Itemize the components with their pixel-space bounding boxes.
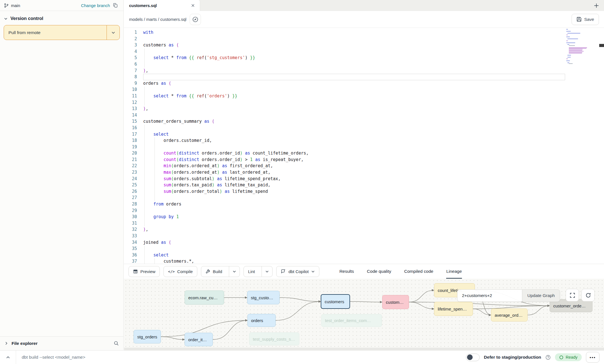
code-line[interactable]: 10 bbox=[124, 86, 604, 93]
code-line[interactable]: 24 sum(orders.subtotal) as lifetime_spen… bbox=[124, 176, 604, 182]
editor-minimap[interactable] bbox=[566, 28, 589, 70]
code-line[interactable]: 8 bbox=[124, 74, 604, 80]
code-text: count(distinct orders.order_id) > 1 as i… bbox=[143, 157, 565, 163]
defer-toggle[interactable] bbox=[466, 354, 480, 361]
code-line[interactable]: 11 select * from {{ ref('orders') }} bbox=[124, 93, 604, 99]
code-line[interactable]: 15customer_orders_summary as ( bbox=[124, 118, 604, 125]
close-icon[interactable] bbox=[191, 4, 195, 7]
version-control-header[interactable]: Version control bbox=[0, 11, 123, 24]
help-icon[interactable] bbox=[545, 355, 551, 360]
pull-from-remote-button[interactable]: Pull from remote bbox=[4, 25, 120, 40]
code-line[interactable]: 26 sum(orders.order_total) as lifetime_s… bbox=[124, 188, 604, 195]
lineage-selector-input[interactable] bbox=[457, 289, 522, 302]
toggle-knob bbox=[467, 354, 473, 360]
lineage-node-ecom[interactable]: ecom.raw_cu… bbox=[185, 291, 224, 305]
code-line[interactable]: 13), bbox=[124, 106, 604, 112]
lineage-node-customers_metric[interactable]: custom… bbox=[382, 295, 409, 309]
tab-customers-sql[interactable]: customers.sql bbox=[124, 0, 200, 11]
status-badge[interactable]: Ready bbox=[555, 353, 582, 361]
code-line[interactable]: 28 from orders bbox=[124, 201, 604, 207]
minimap-line bbox=[566, 41, 568, 41]
code-line[interactable]: 16 bbox=[124, 125, 604, 131]
code-line[interactable]: 18 orders.customer_id, bbox=[124, 137, 604, 144]
refresh-icon[interactable] bbox=[581, 289, 595, 302]
lineage-node-stg_customers[interactable]: stg_custo… bbox=[247, 291, 280, 304]
lineage-node-order_items[interactable]: order_it… bbox=[185, 333, 213, 346]
lineage-node-test_supply[interactable]: test_supply_costs_s… bbox=[249, 332, 299, 345]
file-explorer-header[interactable]: File explorer bbox=[0, 336, 123, 350]
lint-options-caret[interactable] bbox=[262, 266, 272, 277]
code-line[interactable]: 31 bbox=[124, 220, 604, 227]
tab-compiled-code[interactable]: Compiled code bbox=[404, 264, 433, 279]
code-line[interactable]: 29 bbox=[124, 207, 604, 214]
dbt-copilot-button[interactable]: dbt Copilot bbox=[276, 266, 319, 277]
git-branch-icon bbox=[4, 3, 9, 8]
lineage-node-orders[interactable]: orders bbox=[247, 314, 276, 327]
line-number: 17 bbox=[124, 131, 143, 138]
new-tab-button[interactable] bbox=[589, 0, 604, 11]
code-line[interactable]: 34joined as ( bbox=[124, 239, 604, 246]
tab-lineage[interactable]: Lineage bbox=[446, 264, 462, 279]
code-line[interactable]: 1with bbox=[124, 29, 604, 36]
code-line[interactable]: 30 group by 1 bbox=[124, 214, 604, 220]
code-line[interactable]: 37 customers.*, bbox=[124, 258, 604, 264]
code-line[interactable]: 2 bbox=[124, 36, 604, 42]
more-options-button[interactable]: ••• bbox=[586, 352, 599, 363]
save-button[interactable]: Save bbox=[572, 14, 599, 25]
lineage-panel[interactable]: ecom.raw_cu…stg_custo…customerscustom…co… bbox=[124, 279, 604, 350]
code-line[interactable]: 27 bbox=[124, 195, 604, 201]
editor-scrollbar-thumb[interactable] bbox=[599, 44, 604, 47]
bottom-panel-tabs: Results Code quality Compiled code Linea… bbox=[339, 264, 462, 279]
code-line[interactable]: 23 max(orders.ordered_at) as last_ordere… bbox=[124, 169, 604, 176]
code-line[interactable]: 36 select bbox=[124, 252, 604, 258]
preview-table-icon bbox=[133, 269, 138, 274]
code-line[interactable]: 4 bbox=[124, 48, 604, 55]
code-line[interactable]: 3customers as ( bbox=[124, 42, 604, 48]
line-number: 28 bbox=[124, 201, 143, 207]
lineage-node-stg_orders[interactable]: stg_orders bbox=[134, 330, 161, 343]
code-line[interactable]: 25 sum(orders.tax_paid) as lifetime_tax_… bbox=[124, 182, 604, 188]
lineage-hscrollbar[interactable] bbox=[124, 348, 604, 350]
code-line[interactable]: 21 count(distinct orders.order_id) > 1 a… bbox=[124, 157, 604, 163]
code-line[interactable]: 14 bbox=[124, 112, 604, 119]
tab-results[interactable]: Results bbox=[339, 264, 354, 279]
pull-options-caret[interactable] bbox=[107, 25, 120, 40]
code-line[interactable]: 6 bbox=[124, 61, 604, 68]
build-button[interactable]: Build bbox=[201, 266, 226, 277]
compile-button[interactable]: </> Compile bbox=[163, 266, 197, 277]
minimap-line bbox=[567, 55, 571, 55]
change-branch-link[interactable]: Change branch bbox=[81, 3, 110, 8]
lint-button[interactable]: Lint bbox=[244, 266, 259, 277]
minimap-line bbox=[567, 57, 571, 57]
code-line[interactable]: 33 bbox=[124, 233, 604, 239]
code-line[interactable]: 12 bbox=[124, 99, 604, 106]
search-icon[interactable] bbox=[114, 341, 119, 346]
update-graph-button[interactable]: Update Graph bbox=[522, 289, 560, 302]
code-editor[interactable]: 1with23customers as (45 select * from {{… bbox=[124, 28, 604, 264]
chevron-up-icon[interactable] bbox=[0, 350, 16, 364]
code-line[interactable]: 20 count(distinct orders.order_id) as co… bbox=[124, 150, 604, 157]
tab-code-quality[interactable]: Code quality bbox=[367, 264, 391, 279]
lineage-node-average_order[interactable]: average_ord… bbox=[491, 309, 528, 321]
lineage-node-lifetime_spend[interactable]: lifetime_spen… bbox=[434, 302, 473, 316]
preview-button[interactable]: Preview bbox=[129, 266, 160, 277]
lineage-node-customers[interactable]: customers bbox=[321, 294, 350, 309]
current-branch[interactable]: main bbox=[4, 3, 20, 8]
code-line[interactable]: 19 bbox=[124, 144, 604, 150]
editor-toolbar: Preview </> Compile Build bbox=[124, 264, 604, 279]
code-line[interactable]: 5 select * from {{ ref('stg_customers') … bbox=[124, 55, 604, 61]
fullscreen-icon[interactable] bbox=[566, 289, 579, 302]
code-line[interactable]: 7), bbox=[124, 68, 604, 74]
command-input[interactable]: dbt build --select <model_name> bbox=[16, 355, 466, 360]
code-line[interactable]: 22 min(orders.ordered_at) as first_order… bbox=[124, 163, 604, 169]
build-options-caret[interactable] bbox=[229, 266, 240, 277]
copy-branch-icon[interactable] bbox=[112, 1, 120, 9]
lineage-compass-icon[interactable] bbox=[190, 14, 201, 25]
code-text: customers.*, bbox=[143, 258, 565, 264]
code-line[interactable]: 17 select bbox=[124, 131, 604, 138]
lineage-node-test_order_items[interactable]: test_order_items_com… bbox=[321, 314, 382, 327]
code-line[interactable]: 32), bbox=[124, 226, 604, 233]
code-line[interactable]: 35 bbox=[124, 245, 604, 252]
code-line[interactable]: 9orders as ( bbox=[124, 80, 604, 87]
minimap-line bbox=[566, 37, 570, 37]
